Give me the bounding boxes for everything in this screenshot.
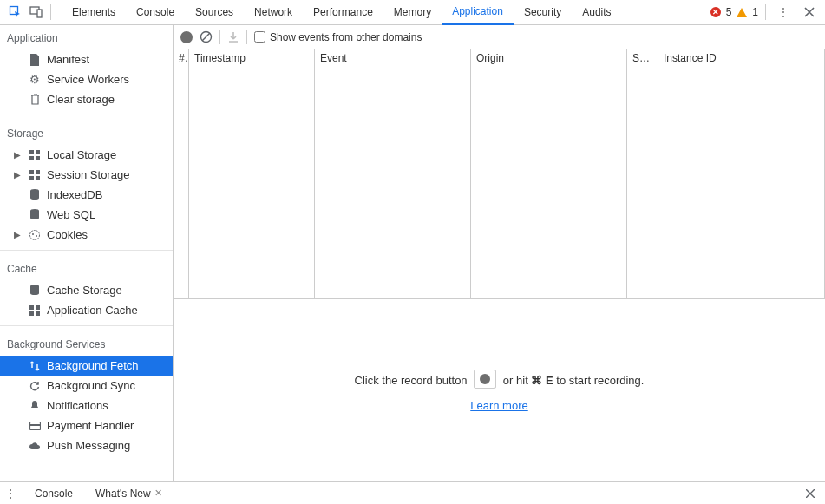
learn-more-link[interactable]: Learn more [470,399,527,412]
sidebar-item-indexeddb[interactable]: IndexedDB [0,185,173,205]
sidebar-item-websql[interactable]: Web SQL [0,205,173,225]
svg-rect-9 [29,176,34,180]
application-sidebar: Application Manifest ⚙Service Workers Cl… [0,25,174,481]
checkbox-input[interactable] [254,31,265,43]
sidebar-item-session-storage[interactable]: ▶Session Storage [0,165,173,185]
svg-rect-19 [29,311,34,316]
main-panel: Show events from other domains # Timesta… [174,25,825,481]
section-bg-services: Background Services [0,331,173,356]
card-icon [29,422,41,430]
svg-rect-22 [29,424,41,426]
sidebar-item-clear-storage[interactable]: Clear storage [0,89,173,109]
devtools-topbar: Elements Console Sources Network Perform… [0,0,825,25]
separator [219,30,220,44]
tab-console[interactable]: Console [126,0,185,25]
col-num[interactable]: # [174,49,189,69]
warning-count[interactable]: 1 [752,6,758,18]
sidebar-item-background-sync[interactable]: Background Sync [0,376,173,396]
grid-icon [29,150,41,160]
col-storage-key[interactable]: S… [627,49,658,69]
col-instance-id[interactable]: Instance ID [658,49,825,69]
tab-network[interactable]: Network [244,0,303,25]
show-other-domains-checkbox[interactable]: Show events from other domains [254,31,422,43]
svg-point-14 [32,233,34,235]
error-count[interactable]: 5 [726,6,732,18]
label: Application Cache [47,304,138,317]
database-icon [29,209,41,220]
cloud-icon [29,442,41,450]
tab-performance[interactable]: Performance [303,0,383,25]
close-icon[interactable]: ✕ [154,488,162,499]
bell-icon [29,400,41,411]
error-icon[interactable]: ✕ [710,7,721,17]
sidebar-item-local-storage[interactable]: ▶Local Storage [0,145,173,165]
placeholder-shortcut: ⌘ E [531,374,553,387]
record-button[interactable] [180,31,193,43]
close-devtools-icon[interactable] [799,2,820,23]
svg-rect-2 [37,10,42,17]
expand-arrow-icon[interactable]: ▶ [14,230,23,239]
sidebar-item-service-workers[interactable]: ⚙Service Workers [0,69,173,89]
sidebar-item-push-messaging[interactable]: Push Messaging [0,435,173,455]
section-storage: Storage [0,121,173,145]
sidebar-item-manifest[interactable]: Manifest [0,49,173,69]
topbar-right: ✕ 5 1 ⋮ [710,2,820,23]
label: Cache Storage [47,284,122,297]
separator [50,4,51,20]
trash-icon [29,94,41,105]
warning-icon[interactable] [737,8,747,17]
label: Cookies [47,228,88,241]
svg-rect-3 [29,150,34,154]
label: Session Storage [47,168,129,181]
placeholder-text: Click the record button or hit ⌘ E to st… [355,370,645,389]
sidebar-item-notifications[interactable]: Notifications [0,396,173,416]
gear-icon: ⚙ [29,73,41,86]
recording-placeholder: Click the record button or hit ⌘ E to st… [174,299,825,481]
svg-rect-10 [36,176,40,180]
tab-application[interactable]: Application [442,0,514,25]
tab-sources[interactable]: Sources [185,0,244,25]
bg-fetch-toolbar: Show events from other domains [174,25,825,49]
separator [246,30,247,44]
drawer-close-icon[interactable] [806,489,820,498]
label: Clear storage [47,93,115,106]
device-toggle-icon[interactable] [26,2,47,23]
drawer-tab-console[interactable]: Console [28,488,80,500]
placeholder-post-b: to start recording. [553,374,645,387]
record-button-inline[interactable] [474,370,496,389]
tab-memory[interactable]: Memory [383,0,442,25]
svg-rect-5 [29,156,34,160]
download-button[interactable] [227,31,239,43]
section-cache: Cache [0,256,173,280]
panel-tabs: Elements Console Sources Network Perform… [62,0,710,25]
expand-arrow-icon[interactable]: ▶ [14,170,23,180]
grid-icon [29,170,41,180]
drawer-tab-whats-new[interactable]: What's New✕ [88,488,169,500]
events-table-header: # Timestamp Event Origin S… Instance ID [174,49,825,69]
tab-security[interactable]: Security [514,0,572,25]
drawer-menu-icon[interactable]: ⋮ [5,488,19,500]
svg-rect-8 [36,170,40,174]
tab-audits[interactable]: Audits [572,0,621,25]
more-menu-icon[interactable]: ⋮ [773,2,794,23]
sidebar-item-cookies[interactable]: ▶Cookies [0,225,173,245]
file-icon [29,54,41,66]
checkbox-label: Show events from other domains [270,31,422,43]
svg-point-15 [36,235,37,237]
col-event[interactable]: Event [315,49,471,69]
sidebar-item-application-cache[interactable]: Application Cache [0,300,173,320]
expand-arrow-icon[interactable]: ▶ [14,150,23,160]
label: Notifications [47,399,108,412]
svg-rect-7 [29,170,34,174]
inspect-icon[interactable] [5,2,26,23]
database-icon [29,189,41,200]
section-application: Application [0,25,173,49]
col-timestamp[interactable]: Timestamp [189,49,315,69]
col-origin[interactable]: Origin [471,49,627,69]
sidebar-item-background-fetch[interactable]: Background Fetch [0,356,173,376]
clear-button[interactable] [200,30,213,43]
sidebar-item-payment-handler[interactable]: Payment Handler [0,416,173,435]
placeholder-post-a: or hit [503,374,532,387]
tab-elements[interactable]: Elements [62,0,126,25]
sidebar-item-cache-storage[interactable]: Cache Storage [0,280,173,300]
